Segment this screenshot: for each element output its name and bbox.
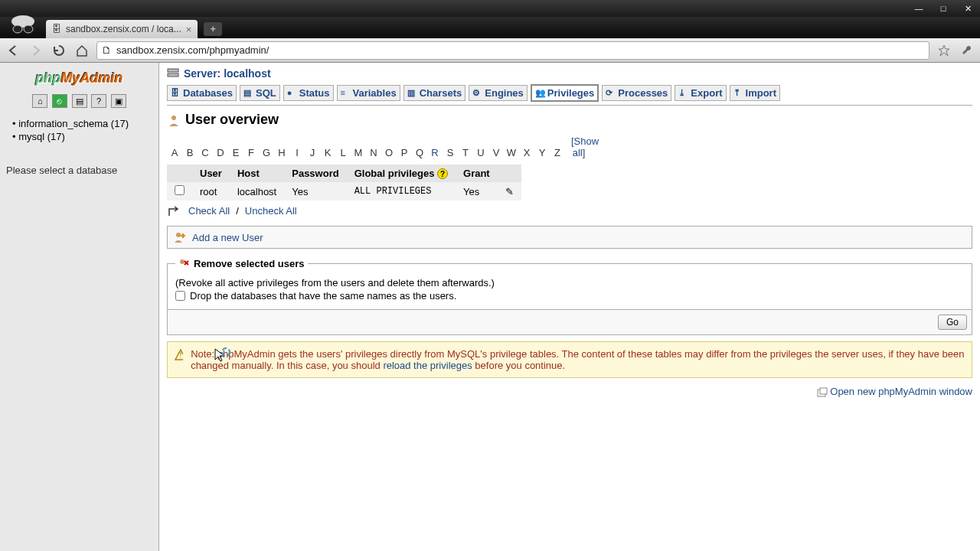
sidebar-db-item[interactable]: mysql (17) <box>12 130 152 143</box>
alpha-letter[interactable]: G <box>259 147 274 158</box>
alpha-letter[interactable]: R <box>427 147 443 158</box>
alpha-letter[interactable]: M <box>351 147 366 158</box>
remove-legend: Remove selected users <box>194 258 305 269</box>
uncheck-all-link[interactable]: Uncheck All <box>245 205 297 217</box>
drop-db-checkbox[interactable] <box>175 291 185 301</box>
alpha-letter[interactable]: Q <box>412 147 427 158</box>
alpha-letter[interactable]: A <box>167 147 182 158</box>
window-titlebar: — □ ✕ <box>0 0 980 17</box>
home-icon[interactable]: ⌂ <box>32 94 47 108</box>
alpha-letter[interactable]: H <box>274 147 289 158</box>
tab-engines[interactable]: ⚙Engines <box>469 85 528 101</box>
users-table: UserHostPasswordGlobal privileges ?Grant… <box>167 165 521 201</box>
svg-rect-10 <box>820 388 827 394</box>
maximize-button[interactable]: □ <box>934 2 952 15</box>
select-db-prompt: Please select a database <box>6 165 152 176</box>
alpha-letter[interactable]: L <box>335 147 351 158</box>
alpha-letter[interactable]: O <box>381 147 397 158</box>
svg-point-1 <box>13 25 22 33</box>
cell-privileges: ALL PRIVILEGES <box>347 182 456 201</box>
tab-privileges[interactable]: 👥Privileges <box>531 84 599 102</box>
query-icon[interactable]: ▣ <box>111 94 126 108</box>
alpha-letter[interactable]: U <box>473 147 488 158</box>
bookmark-button[interactable] <box>936 42 952 59</box>
tab-databases[interactable]: 🗄Databases <box>167 85 237 101</box>
remove-user-icon <box>178 259 189 269</box>
alpha-letter[interactable]: K <box>320 147 335 158</box>
tab-status[interactable]: ●Status <box>283 85 334 101</box>
wrench-icon <box>960 44 974 57</box>
alpha-letter[interactable]: D <box>213 147 228 158</box>
url-text: sandbox.zensix.com/phpmyadmin/ <box>116 44 269 56</box>
reload-icon <box>52 44 66 57</box>
favicon-icon: 🗄 <box>52 24 61 34</box>
server-icon <box>167 67 179 80</box>
add-user-icon <box>174 231 186 243</box>
new-tab-button[interactable]: + <box>204 22 222 36</box>
docs-icon[interactable]: ? <box>91 94 106 108</box>
show-all-link[interactable]: [Show all] <box>571 135 586 158</box>
alpha-letter[interactable]: C <box>198 147 213 158</box>
browser-tab[interactable]: 🗄 sandbox.zensix.com / loca... × <box>46 20 198 38</box>
edit-privileges-icon[interactable]: ✎ <box>505 186 514 197</box>
alpha-letter[interactable]: J <box>305 147 320 158</box>
tab-close-button[interactable]: × <box>186 24 192 35</box>
logout-icon[interactable]: ⎋ <box>52 94 67 108</box>
alpha-letter[interactable]: B <box>182 147 198 158</box>
home-button[interactable] <box>74 42 90 59</box>
arrow-right-icon <box>29 44 43 57</box>
col-header: Grant <box>456 165 498 182</box>
add-user-link[interactable]: Add a new User <box>192 232 263 243</box>
go-button[interactable]: Go <box>938 315 967 330</box>
alpha-letter[interactable]: Y <box>534 147 550 158</box>
warning-icon: ! <box>174 348 183 362</box>
alpha-letter[interactable]: V <box>488 147 504 158</box>
row-checkbox[interactable] <box>175 185 185 195</box>
tab-charsets[interactable]: ▥Charsets <box>403 85 466 101</box>
svg-rect-3 <box>168 69 178 72</box>
breadcrumb[interactable]: Server: localhost <box>184 67 271 80</box>
tab-title: sandbox.zensix.com / loca... <box>66 24 181 34</box>
arrow-up-icon <box>167 206 182 217</box>
browser-tabstrip: 🗄 sandbox.zensix.com / loca... × + <box>0 17 980 38</box>
tab-icon: ● <box>287 88 298 99</box>
alpha-letter[interactable]: F <box>243 147 259 158</box>
address-bar[interactable]: 🗋 sandbox.zensix.com/phpmyadmin/ <box>96 41 929 60</box>
remove-users-fieldset: Remove selected users (Revoke all active… <box>167 258 972 310</box>
tab-variables[interactable]: ≡Variables <box>337 85 400 101</box>
help-icon[interactable]: ? <box>437 168 448 179</box>
tab-icon: ⤒ <box>733 88 744 99</box>
wrench-button[interactable] <box>959 42 975 59</box>
open-new-window-link[interactable]: Open new phpMyAdmin window <box>830 386 972 397</box>
col-header: User <box>192 165 230 182</box>
back-button[interactable] <box>5 42 21 59</box>
add-user-box: Add a new User <box>167 226 972 249</box>
alpha-letter[interactable]: Z <box>550 147 565 158</box>
check-all-link[interactable]: Check All <box>188 205 230 217</box>
svg-text:!: ! <box>180 351 182 360</box>
reload-privileges-link[interactable]: reload the privileges <box>383 360 472 371</box>
page-icon: 🗋 <box>102 44 112 56</box>
close-button[interactable]: ✕ <box>959 2 977 15</box>
forward-button[interactable] <box>28 42 44 59</box>
alpha-letter[interactable]: N <box>366 147 381 158</box>
alpha-letter[interactable]: P <box>397 147 412 158</box>
alpha-letter[interactable]: X <box>519 147 534 158</box>
tab-processes[interactable]: ⟳Processes <box>602 85 671 101</box>
reload-button[interactable] <box>51 42 67 59</box>
drop-db-label: Drop the databases that have the same na… <box>190 290 456 302</box>
alpha-letter[interactable]: E <box>228 147 243 158</box>
tab-sql[interactable]: ▤SQL <box>240 85 280 101</box>
sql-icon[interactable]: ▤ <box>72 94 87 108</box>
alpha-letter[interactable]: I <box>289 147 305 158</box>
sidebar-db-item[interactable]: information_schema (17) <box>12 117 152 130</box>
star-icon <box>937 44 951 57</box>
privileges-note: ! Note: phpMyAdmin gets the users' privi… <box>167 341 972 378</box>
tab-import[interactable]: ⤒Import <box>730 85 780 101</box>
tab-export[interactable]: ⤓Export <box>675 85 726 101</box>
phpmyadmin-logo[interactable]: phpMyAdmin <box>6 70 152 86</box>
alpha-letter[interactable]: T <box>458 147 473 158</box>
alpha-letter[interactable]: S <box>443 147 458 158</box>
minimize-button[interactable]: — <box>910 2 928 15</box>
alpha-letter[interactable]: W <box>504 147 519 158</box>
